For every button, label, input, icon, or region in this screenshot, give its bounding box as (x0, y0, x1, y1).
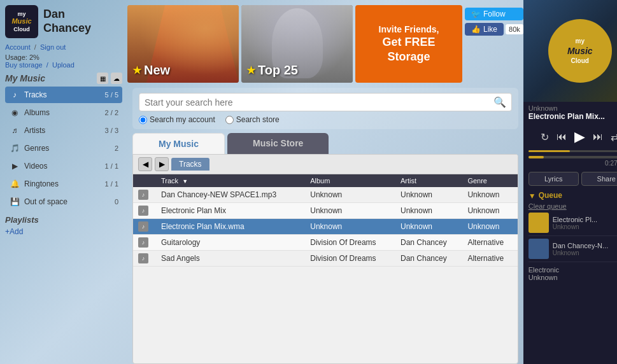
invite-line2: Get FREE Storage (360, 35, 457, 65)
th-genre[interactable]: Genre (462, 174, 517, 187)
play-button[interactable]: ▶ (573, 127, 586, 146)
lyrics-button[interactable]: Lyrics (528, 172, 579, 186)
videos-label: Videos (24, 162, 105, 171)
ringtones-label: Ringtones (24, 179, 105, 188)
track-icon: ♪ (138, 221, 148, 232)
player-album-art: my Music Cloud (523, 0, 617, 102)
search-store-option[interactable]: Search store (225, 115, 280, 124)
buy-storage-link[interactable]: Buy storage (5, 61, 43, 69)
table-row[interactable]: ♪ Electronic Plan Mix Unknown Unknown Un… (133, 203, 518, 219)
tab-my-music[interactable]: My Music (132, 133, 225, 154)
sidebar-item-tracks[interactable]: ♪ Tracks 5 / 5 (5, 87, 122, 103)
player-logo: my Music Cloud (548, 19, 612, 83)
sidebar-item-outofspace[interactable]: 💾 Out of space 0 (5, 193, 122, 210)
sort-arrow: ▼ (182, 178, 188, 185)
music-tabs: My Music Music Store (132, 133, 518, 154)
queue-artist-1: Unknown (553, 223, 617, 230)
queue-title-2: Dan Chancey-N... (553, 242, 617, 249)
invite-line1: Invite Friends, (360, 24, 457, 35)
track-genre: Unknown (462, 203, 517, 219)
search-input[interactable] (145, 97, 493, 108)
my-music-header: My Music ▦ ☁ (5, 73, 122, 84)
tracks-label: Tracks (24, 90, 105, 99)
track-album: Unknown (305, 187, 395, 203)
sidebar-item-artists[interactable]: ♬ Artists 3 / 3 (5, 122, 122, 139)
queue-arrow: ▼ (528, 192, 536, 200)
center-content: ★ New ★ Top 25 Invite Friends, Get (127, 0, 523, 364)
prev-arrow[interactable]: ◀ (138, 157, 152, 171)
upload-link[interactable]: Upload (52, 61, 74, 69)
table-row[interactable]: ♪ Dan Chancey-NEW SPACE1.mp3 Unknown Unk… (133, 187, 518, 203)
top25-banner[interactable]: ★ Top 25 (241, 5, 353, 83)
storage-links: Buy storage / Upload (5, 61, 122, 69)
queue-thumb-1 (528, 213, 549, 233)
th-track[interactable]: Track ▼ (156, 174, 305, 187)
cloud-icon[interactable]: ☁ (111, 73, 122, 84)
next-arrow[interactable]: ▶ (155, 157, 169, 171)
sidebar-item-genres[interactable]: 🎵 Genres 2 (5, 140, 122, 157)
next-button[interactable]: ⏭ (592, 130, 604, 144)
queue-section: ▼ Queue Clear queue Electronic Pl... Unk… (523, 188, 617, 364)
search-button[interactable]: 🔍 (493, 96, 506, 108)
like-button[interactable]: 👍 Like (465, 23, 504, 36)
artists-icon: ♬ (9, 125, 20, 136)
sidebar-item-ringtones[interactable]: 🔔 Ringtones 1 / 1 (5, 176, 122, 192)
videos-count: 1 / 1 (105, 162, 118, 170)
prev-button[interactable]: ⏮ (555, 130, 568, 144)
search-options: Search my account Search store (139, 115, 512, 124)
track-name: Guitarology (156, 235, 305, 251)
tracks-count: 5 / 5 (105, 91, 118, 99)
track-album: Division Of Dreams (305, 235, 395, 251)
add-playlist-button[interactable]: +Add (5, 227, 122, 236)
th-icon (133, 174, 156, 187)
clear-queue-button[interactable]: Clear queue (528, 202, 617, 210)
queue-item-1[interactable]: Electronic Pl... Unknown ✕ (528, 210, 617, 236)
account-link[interactable]: Account (5, 43, 31, 51)
like-icon: 👍 (471, 25, 481, 34)
albums-label: Albums (24, 108, 105, 117)
tracklist-container: ◀ ▶ Tracks Track ▼ Album Artist Genre (132, 154, 518, 364)
top25-banner-label: Top 25 (258, 63, 298, 78)
search-store-label: Search store (236, 115, 280, 124)
track-table: Track ▼ Album Artist Genre ♪ Dan Chancey… (133, 174, 518, 267)
search-my-account-option[interactable]: Search my account (139, 115, 215, 124)
sidebar-item-albums[interactable]: ◉ Albums 2 / 2 (5, 104, 122, 121)
queue-item-2[interactable]: Dan Chancey-N... Unknown ✕ (528, 236, 617, 262)
queue-info-1: Electronic Pl... Unknown (553, 216, 617, 230)
grid-icon[interactable]: ▦ (97, 73, 108, 84)
tracks-breadcrumb: Tracks (171, 158, 209, 171)
th-artist[interactable]: Artist (395, 174, 462, 187)
albums-icon: ◉ (9, 107, 20, 118)
search-store-radio[interactable] (225, 116, 234, 124)
track-name: Sad Angels (156, 251, 305, 267)
track-genre: Alternative (462, 235, 517, 251)
track-album: Unknown (305, 203, 395, 219)
logo-area: my Music Cloud DanChancey (5, 5, 122, 38)
artists-count: 3 / 3 (105, 127, 118, 134)
search-my-account-radio[interactable] (139, 116, 147, 124)
new-banner[interactable]: ★ New (127, 5, 239, 83)
sidebar: my Music Cloud DanChancey Account / Sign… (0, 0, 127, 364)
repeat-button[interactable]: ↻ (539, 130, 550, 144)
track-icon: ♪ (138, 237, 148, 248)
share-button[interactable]: Share (581, 172, 617, 186)
shuffle-button[interactable]: ⇄ (609, 130, 617, 144)
table-row[interactable]: ♪ Guitarology Division Of Dreams Dan Cha… (133, 235, 518, 251)
table-row[interactable]: ♪ Sad Angels Division Of Dreams Dan Chan… (133, 251, 518, 267)
sidebar-item-videos[interactable]: ▶ Videos 1 / 1 (5, 158, 122, 174)
invite-banner[interactable]: Invite Friends, Get FREE Storage (355, 5, 462, 83)
tab-music-store[interactable]: Music Store (227, 133, 329, 154)
follow-button[interactable]: 🐦 Follow (465, 8, 523, 20)
usage-label: Usage: 2% (5, 53, 122, 61)
outofspace-label: Out of space (24, 197, 115, 206)
username: DanChancey (43, 8, 91, 35)
volume-bar[interactable] (528, 150, 617, 152)
top25-banner-star: ★ (246, 64, 255, 76)
my-music-icons: ▦ ☁ (97, 73, 122, 84)
signout-link[interactable]: Sign out (40, 43, 66, 51)
th-album[interactable]: Album (305, 174, 395, 187)
table-row[interactable]: ♪ Electronic Plan Mix.wma Unknown Unknow… (133, 219, 518, 235)
queue-title-1: Electronic Pl... (553, 216, 617, 223)
progress-bar[interactable] (528, 156, 617, 158)
like-count: 80k (506, 24, 523, 34)
